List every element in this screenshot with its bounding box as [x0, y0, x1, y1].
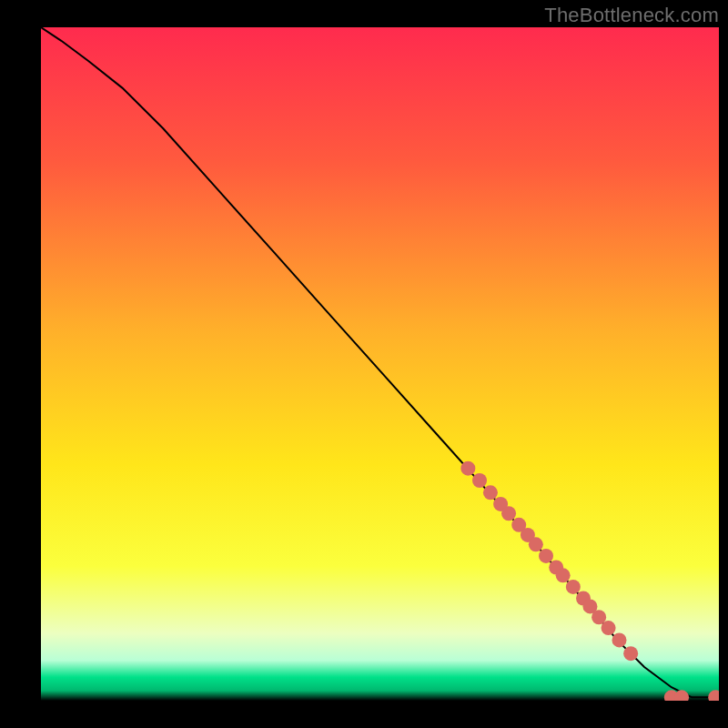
data-dot — [501, 506, 516, 521]
data-dot — [472, 473, 487, 488]
data-dot — [566, 580, 581, 594]
data-dot — [539, 549, 553, 563]
data-dot — [529, 537, 543, 551]
data-dot — [612, 632, 626, 647]
data-dot — [602, 621, 616, 635]
plot-area — [41, 27, 719, 701]
data-dot — [623, 646, 638, 661]
data-dot — [556, 568, 571, 582]
gradient-background — [41, 27, 719, 701]
watermark-text: TheBottleneck.com — [544, 4, 719, 27]
data-dot — [483, 485, 498, 500]
chart-svg — [41, 27, 719, 701]
data-dot — [460, 461, 475, 476]
chart-frame: TheBottleneck.com — [0, 0, 728, 728]
